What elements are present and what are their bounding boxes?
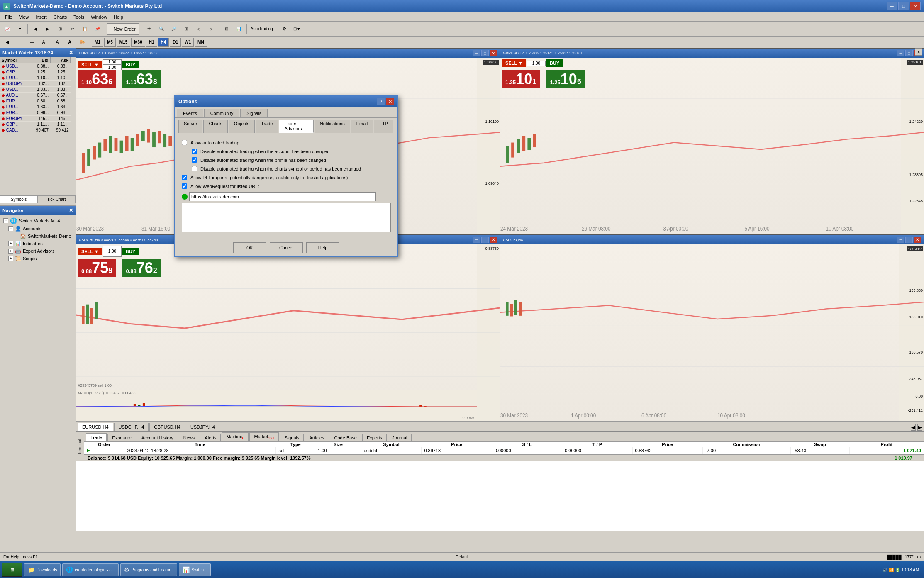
option-row-5: Allow DLL imports (potentially dangerous… — [182, 175, 391, 180]
dialog-subtab-server[interactable]: Server — [178, 120, 202, 133]
option-row-3: Disable automated trading when the profi… — [192, 157, 391, 163]
dialog-title-buttons: ? ✕ — [377, 98, 394, 105]
cancel-button[interactable]: Cancel — [270, 242, 303, 253]
ok-button[interactable]: OK — [233, 242, 266, 253]
checkbox-allow-dll[interactable] — [182, 175, 187, 180]
dialog-help-button[interactable]: ? — [377, 98, 385, 105]
checkbox-allow-webrequest[interactable] — [182, 183, 187, 189]
dialog-overlay: Options ? ✕ Events Community Signals Ser… — [0, 0, 924, 578]
options-dialog: Options ? ✕ Events Community Signals Ser… — [174, 95, 398, 257]
dialog-close-button[interactable]: ✕ — [386, 98, 394, 105]
option-row-6: Allow WebRequest for listed URL: — [182, 183, 391, 189]
label-disable-account: Disable automated trading when the accou… — [200, 149, 329, 154]
dialog-tab-signals[interactable]: Signals — [240, 109, 268, 117]
url-input-row — [182, 192, 391, 201]
label-allow-webrequest: Allow WebRequest for listed URL: — [190, 184, 259, 189]
help-button[interactable]: Help — [306, 242, 339, 253]
label-disable-symbol: Disable automated trading when the chart… — [200, 166, 361, 171]
dialog-subtab-charts[interactable]: Charts — [203, 120, 227, 133]
option-row-4: Disable automated trading when the chart… — [192, 166, 391, 171]
checkbox-disable-profile[interactable] — [192, 157, 197, 163]
dialog-subtab-expert-advisors[interactable]: Expert Advisors — [279, 120, 313, 133]
checkbox-disable-symbol[interactable] — [192, 166, 197, 171]
url-indicator — [182, 194, 188, 200]
dialog-subtab-objects[interactable]: Objects — [229, 120, 255, 133]
option-row-2: Disable automated trading when the accou… — [192, 149, 391, 154]
dialog-subtab-ftp[interactable]: FTP — [374, 120, 393, 133]
dialog-title-text: Options — [178, 99, 197, 105]
dialog-main-tabs: Events Community Signals — [175, 107, 397, 118]
dialog-subtab-notifications[interactable]: Notifications — [315, 120, 350, 133]
dialog-footer: OK Cancel Help — [175, 239, 397, 256]
dialog-subtabs: Server Charts Objects Trade Expert Advis… — [175, 118, 397, 133]
dialog-tab-events[interactable]: Events — [177, 109, 203, 117]
dialog-subtab-trade[interactable]: Trade — [256, 120, 278, 133]
checkbox-allow-automated[interactable] — [182, 140, 187, 145]
dialog-body: Allow automated trading Disable automate… — [175, 133, 397, 239]
checkbox-disable-account[interactable] — [192, 149, 197, 154]
dialog-subtab-email[interactable]: Email — [351, 120, 373, 133]
url-area[interactable] — [182, 203, 391, 232]
label-allow-automated: Allow automated trading — [190, 140, 239, 145]
option-row-1: Allow automated trading — [182, 140, 391, 145]
dialog-tab-community[interactable]: Community — [204, 109, 240, 117]
label-disable-profile: Disable automated trading when the profi… — [200, 158, 326, 163]
dialog-titlebar: Options ? ✕ — [175, 96, 397, 107]
label-allow-dll: Allow DLL imports (potentially dangerous… — [190, 175, 348, 180]
url-input-field[interactable] — [189, 192, 376, 201]
